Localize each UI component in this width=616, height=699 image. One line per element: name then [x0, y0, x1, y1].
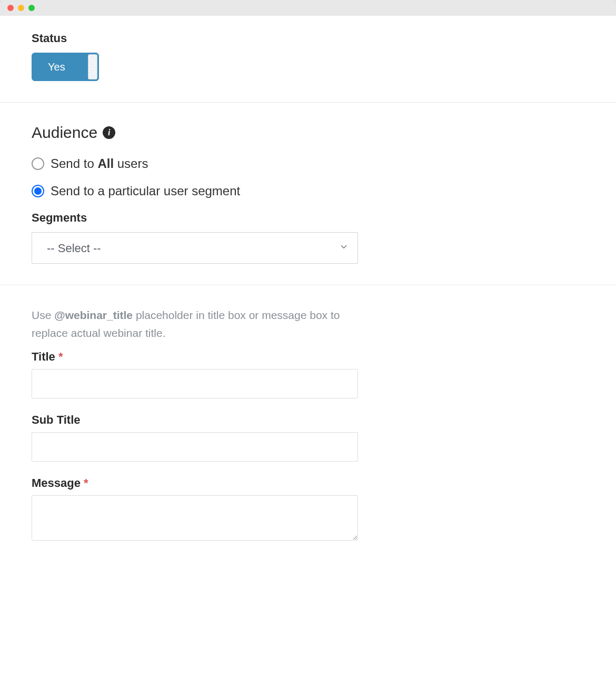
info-icon[interactable]: i — [103, 126, 115, 139]
message-field: Message * — [32, 476, 584, 543]
audience-option-all[interactable]: Send to All users — [32, 156, 584, 171]
subtitle-input[interactable] — [32, 432, 358, 462]
message-section: Use @webinar_title placeholder in title … — [0, 306, 616, 543]
audience-option-all-label: Send to All users — [51, 156, 148, 171]
status-section: Status Yes — [0, 32, 616, 81]
audience-heading: Audience i — [32, 124, 584, 142]
message-textarea[interactable] — [32, 495, 358, 541]
status-label: Status — [32, 32, 584, 45]
audience-option-segment-label: Send to a particular user segment — [51, 184, 240, 198]
segments-select[interactable]: -- Select -- — [32, 232, 358, 264]
title-label: Title * — [32, 350, 584, 364]
audience-option-segment[interactable]: Send to a particular user segment — [32, 184, 584, 198]
status-toggle-value: Yes — [48, 61, 65, 73]
subtitle-label: Sub Title — [32, 413, 584, 427]
form-content: Status Yes Audience i Send to All users — [0, 16, 616, 699]
title-input[interactable] — [32, 369, 358, 398]
label-text: Message — [32, 476, 81, 490]
label-text: Title — [32, 350, 55, 363]
window-minimize-icon[interactable] — [18, 5, 24, 11]
title-field: Title * — [32, 350, 584, 398]
radio-icon — [32, 157, 44, 170]
segments-label: Segments — [32, 211, 584, 225]
required-marker: * — [58, 350, 63, 363]
toggle-handle-icon — [88, 54, 97, 79]
audience-section: Audience i Send to All users Send to a p… — [0, 124, 616, 264]
segments-select-wrap: -- Select -- — [32, 232, 358, 264]
radio-icon — [32, 185, 44, 197]
subtitle-field: Sub Title — [32, 413, 584, 462]
window-zoom-icon[interactable] — [28, 5, 35, 11]
placeholder-helper-text: Use @webinar_title placeholder in title … — [32, 306, 369, 342]
text-fragment: users — [114, 156, 148, 171]
text-fragment: Use — [32, 309, 54, 321]
titlebar — [0, 0, 616, 16]
message-label: Message * — [32, 476, 584, 490]
window-close-icon[interactable] — [7, 5, 14, 11]
text-fragment-bold: @webinar_title — [54, 309, 133, 321]
required-marker: * — [84, 476, 88, 490]
text-fragment: Send to — [51, 156, 97, 171]
section-divider — [0, 285, 616, 285]
status-toggle[interactable]: Yes — [32, 53, 99, 81]
app-window: Status Yes Audience i Send to All users — [0, 0, 616, 699]
audience-title-text: Audience — [32, 124, 97, 142]
section-divider — [0, 102, 616, 103]
text-fragment-bold: All — [97, 156, 114, 171]
